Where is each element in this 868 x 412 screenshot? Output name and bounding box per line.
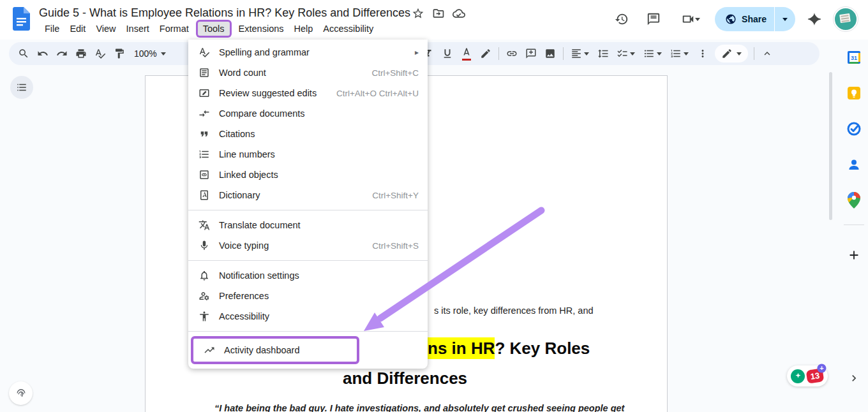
bulleted-list-icon — [643, 48, 655, 59]
document-paragraph-fragment[interactable]: s its role, key differences from HR, and — [434, 305, 594, 316]
tasks-panel-button[interactable] — [842, 117, 865, 140]
spellcheck-button[interactable] — [91, 45, 110, 63]
document-quote-fragment[interactable]: “I hate being the bad guy. I hate invest… — [214, 403, 624, 412]
editing-mode-button[interactable] — [715, 45, 748, 63]
menu-bar: File Edit View Insert Format Tools Exten… — [40, 22, 378, 36]
print-button[interactable] — [71, 45, 91, 63]
get-addons-button[interactable] — [842, 244, 865, 267]
linked-objects-icon — [198, 168, 211, 181]
align-left-icon — [571, 48, 582, 59]
show-document-outline-button[interactable] — [10, 76, 33, 99]
menu-item-notification-settings[interactable]: Notification settings — [188, 265, 428, 286]
explore-button[interactable] — [9, 381, 33, 405]
review-edits-icon — [198, 87, 211, 99]
menu-accessibility[interactable]: Accessibility — [318, 22, 378, 36]
menu-format[interactable]: Format — [154, 22, 194, 36]
menu-item-linked-objects[interactable]: Linked objects — [188, 165, 428, 185]
menu-item-line-numbers[interactable]: Line numbers — [188, 144, 428, 165]
shortcut-label: Ctrl+Shift+C — [371, 68, 419, 78]
menu-item-translate-document[interactable]: Translate document — [188, 215, 428, 235]
document-heading-line2[interactable]: and Differences — [343, 369, 467, 388]
text-color-button[interactable] — [457, 45, 476, 63]
menu-insert[interactable]: Insert — [121, 22, 154, 36]
shortcut-label: Ctrl+Alt+O Ctrl+Alt+U — [336, 89, 419, 98]
hide-menus-button[interactable] — [758, 45, 777, 63]
print-icon — [75, 48, 87, 59]
move-folder-icon[interactable] — [432, 7, 445, 20]
star-icon[interactable] — [412, 7, 424, 20]
google-docs-window: s its role, key differences from HR, and… — [0, 0, 868, 412]
menu-item-label: Accessibility — [219, 311, 269, 321]
line-spacing-icon — [597, 48, 609, 59]
menu-item-label: Voice typing — [219, 240, 269, 251]
image-icon — [544, 48, 556, 59]
menu-item-review-suggested-edits[interactable]: Review suggested edits Ctrl+Alt+O Ctrl+A… — [188, 83, 428, 103]
document-heading-line1[interactable]: ns in HR? Key Roles — [428, 339, 590, 358]
line-spacing-button[interactable] — [594, 45, 613, 63]
underline-button[interactable] — [438, 45, 457, 63]
fingerprint-icon — [15, 387, 27, 400]
insert-image-button[interactable] — [541, 45, 560, 63]
spellcheck-icon — [94, 48, 106, 59]
paint-format-button[interactable] — [110, 45, 129, 63]
menu-extensions[interactable]: Extensions — [234, 22, 289, 36]
menu-item-compare-documents[interactable]: Compare documents — [188, 103, 428, 124]
browser-extension-badge[interactable]: 13 + — [787, 365, 828, 386]
gemini-button[interactable] — [802, 6, 827, 32]
menu-item-activity-dashboard[interactable]: Activity dashboard — [193, 340, 357, 360]
vertical-scrollbar[interactable] — [829, 72, 832, 220]
highlighter-icon — [480, 48, 491, 59]
menu-item-preferences[interactable]: Preferences — [188, 286, 428, 306]
share-dropdown-button[interactable] — [775, 7, 795, 31]
menu-view[interactable]: View — [91, 22, 121, 36]
menu-item-voice-typing[interactable]: Voice typing Ctrl+Shift+S — [188, 235, 428, 256]
share-button[interactable]: Share — [715, 7, 774, 31]
hide-side-panel-button[interactable] — [848, 372, 860, 387]
menu-tools-active[interactable]: Tools — [198, 22, 230, 36]
bulleted-list-button[interactable] — [640, 45, 666, 63]
menu-file[interactable]: File — [40, 22, 64, 36]
google-calendar-icon: 31 — [846, 50, 862, 65]
menu-item-spelling-and-grammar[interactable]: Spelling and grammar ▸ — [188, 42, 428, 63]
comment-icon — [647, 12, 661, 26]
citations-icon — [198, 128, 211, 140]
redo-button[interactable] — [52, 45, 71, 63]
zoom-control[interactable]: 100% — [129, 48, 171, 59]
menu-item-dictionary[interactable]: Dictionary Ctrl+Shift+Y — [188, 185, 428, 205]
toolbar-more-button[interactable] — [693, 45, 712, 63]
share-button-label: Share — [742, 14, 767, 24]
text-color-icon — [461, 47, 472, 56]
version-history-button[interactable] — [609, 6, 634, 32]
numbered-list-button[interactable] — [666, 45, 693, 63]
menu-item-label: Spelling and grammar — [219, 47, 310, 57]
google-docs-logo[interactable] — [13, 7, 30, 31]
cloud-saved-icon[interactable] — [453, 7, 465, 20]
menu-item-accessibility[interactable]: Accessibility — [188, 306, 428, 327]
lightbulb-extension-icon — [791, 369, 805, 383]
align-button[interactable] — [567, 45, 594, 63]
keep-panel-button[interactable] — [842, 82, 865, 105]
dictionary-icon — [198, 189, 211, 202]
search-menus-button[interactable] — [14, 45, 33, 63]
add-comment-button[interactable] — [521, 45, 541, 63]
microphone-icon — [198, 239, 211, 252]
contacts-panel-button[interactable] — [842, 153, 865, 176]
zoom-value: 100% — [134, 48, 157, 59]
insert-link-button[interactable] — [502, 45, 521, 63]
menu-edit[interactable]: Edit — [64, 22, 91, 36]
account-avatar[interactable] — [834, 7, 858, 31]
maps-panel-button[interactable] — [842, 189, 865, 212]
comments-button[interactable] — [641, 6, 666, 32]
calendar-panel-button[interactable]: 31 — [842, 46, 865, 69]
document-title[interactable]: Guide 5 - What is Employee Relations in … — [39, 6, 410, 20]
highlight-color-button[interactable] — [476, 45, 495, 63]
app-header: Guide 5 - What is Employee Relations in … — [0, 0, 868, 40]
join-call-button[interactable] — [673, 6, 708, 32]
add-comment-icon — [525, 48, 537, 59]
menu-item-citations[interactable]: Citations — [188, 124, 428, 144]
menu-help[interactable]: Help — [289, 22, 318, 36]
videocam-icon — [681, 12, 695, 26]
checklist-button[interactable] — [613, 45, 640, 63]
menu-item-word-count[interactable]: Word count Ctrl+Shift+C — [188, 63, 428, 83]
undo-button[interactable] — [33, 45, 52, 63]
